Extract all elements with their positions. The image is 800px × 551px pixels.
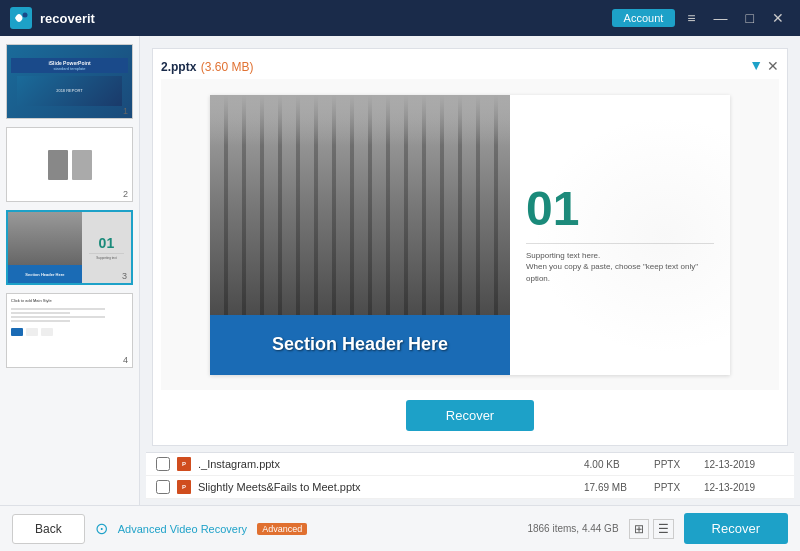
file-row-0[interactable]: P ._Instagram.pptx 4.00 KB PPTX 12-13-20… — [146, 453, 794, 476]
menu-button[interactable]: ≡ — [681, 8, 701, 28]
video-recovery-icon: ⊙ — [95, 519, 108, 538]
pptx-icon-1: P — [177, 480, 191, 494]
slide-container: Section Header Here 01 Supporting text h… — [210, 95, 730, 375]
logo-icon — [10, 7, 32, 29]
items-count: 1866 items, 4.44 GB — [527, 523, 618, 534]
recover-section: Recover — [161, 390, 779, 437]
file-size: (3.60 MB) — [201, 60, 254, 74]
recover-preview-button[interactable]: Recover — [406, 400, 534, 431]
account-button[interactable]: Account — [612, 9, 676, 27]
slide-thumb-3[interactable]: 01 Supporting text Section Header Here 3 — [6, 210, 133, 285]
slide-thumb-1[interactable]: iSlide PowerPoint standard template 2018… — [6, 44, 133, 119]
file-name: 2.pptx — [161, 60, 196, 74]
slide-preview: Section Header Here 01 Supporting text h… — [161, 79, 779, 390]
view-icons: ⊞ ☰ — [629, 519, 674, 539]
file-name-1: Slightly Meets&Fails to Meet.pptx — [198, 481, 584, 493]
thumb2-number: 2 — [123, 189, 128, 199]
slide-header-text: Section Header Here — [272, 334, 448, 355]
file-row-1[interactable]: P Slightly Meets&Fails to Meet.pptx 17.6… — [146, 476, 794, 499]
file-icon-0: P — [176, 456, 192, 472]
file-type-1: PPTX — [654, 482, 704, 493]
advanced-video-text: Advanced Video Recovery — [118, 523, 247, 535]
thumb3-content: 01 Supporting text Section Header Here — [8, 212, 131, 283]
back-button[interactable]: Back — [12, 514, 85, 544]
file-size-0: 4.00 KB — [584, 459, 654, 470]
slide-thumb-2[interactable]: 2 — [6, 127, 133, 202]
main-area: iSlide PowerPoint standard template 2018… — [0, 36, 800, 505]
bottom-right: 1866 items, 4.44 GB ⊞ ☰ Recover — [527, 513, 788, 544]
list-view-button[interactable]: ☰ — [653, 519, 674, 539]
sidebar-thumbnails: iSlide PowerPoint standard template 2018… — [0, 36, 140, 505]
preview-panel: 2.pptx (3.60 MB) ✕ ▼ Section Header Here — [152, 48, 788, 446]
file-date-0: 12-13-2019 — [704, 459, 784, 470]
slide-header-overlay: Section Header Here — [210, 315, 510, 375]
preview-header: 2.pptx (3.60 MB) ✕ — [161, 57, 779, 75]
grid-view-button[interactable]: ⊞ — [629, 519, 649, 539]
close-window-button[interactable]: ✕ — [766, 8, 790, 28]
minimize-button[interactable]: — — [708, 8, 734, 28]
file-list-area: P ._Instagram.pptx 4.00 KB PPTX 12-13-20… — [146, 452, 794, 499]
file-info: 2.pptx (3.60 MB) — [161, 57, 253, 75]
file-name-0: ._Instagram.pptx — [198, 458, 584, 470]
titlebar-right: Account ≡ — □ ✕ — [612, 8, 790, 28]
titlebar: recoverit Account ≡ — □ ✕ — [0, 0, 800, 36]
app-title: recoverit — [40, 11, 95, 26]
file-type-0: PPTX — [654, 459, 704, 470]
world-map-bg — [510, 95, 730, 375]
bottom-bar: Back ⊙ Advanced Video Recovery Advanced … — [0, 505, 800, 551]
filter-button[interactable]: ▼ — [749, 57, 763, 73]
slide-right-section: 01 Supporting text here. When you copy &… — [510, 95, 730, 375]
advanced-badge: Advanced — [257, 523, 307, 535]
svg-point-1 — [23, 13, 28, 18]
slide-thumb-4[interactable]: Click to add Main Style 4 — [6, 293, 133, 368]
thumb2-content — [7, 128, 132, 201]
file-checkbox-0[interactable] — [156, 457, 170, 471]
recover-main-button[interactable]: Recover — [684, 513, 788, 544]
file-icon-1: P — [176, 479, 192, 495]
titlebar-left: recoverit — [10, 7, 95, 29]
slide-image-section: Section Header Here — [210, 95, 510, 375]
thumb1-number: 1 — [123, 106, 128, 116]
thumb1-content: iSlide PowerPoint standard template 2018… — [7, 45, 132, 118]
thumb3-number: 3 — [122, 271, 127, 281]
file-checkbox-1[interactable] — [156, 480, 170, 494]
file-date-1: 12-13-2019 — [704, 482, 784, 493]
thumb4-number: 4 — [123, 355, 128, 365]
maximize-button[interactable]: □ — [740, 8, 760, 28]
preview-close-button[interactable]: ✕ — [767, 58, 779, 74]
file-size-1: 17.69 MB — [584, 482, 654, 493]
bottom-left: Back ⊙ Advanced Video Recovery Advanced — [12, 514, 307, 544]
thumb4-content: Click to add Main Style — [7, 294, 132, 367]
pptx-icon-0: P — [177, 457, 191, 471]
